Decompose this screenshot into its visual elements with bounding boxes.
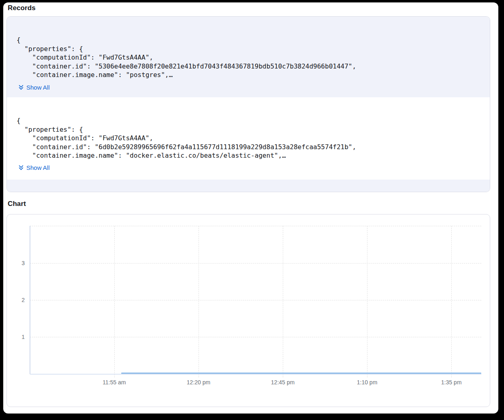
json-line: "container.image.name": "docker.elastic.…	[17, 151, 356, 160]
double-chevron-down-icon	[18, 165, 24, 171]
y-axis-tick-label: 1	[12, 334, 25, 340]
record-row: { "properties": { "computationId": "Fwd7…	[7, 17, 490, 97]
show-all-label: Show All	[26, 164, 50, 171]
y-axis-tick-label: 3	[12, 260, 25, 266]
json-line: "properties": {	[17, 45, 356, 54]
x-axis-tick-label: 1:10 pm	[343, 379, 391, 386]
x-axis-line	[30, 374, 481, 375]
show-all-label: Show All	[26, 84, 50, 91]
gridline-horizontal	[30, 263, 481, 264]
json-line: "container.image.name": "postgres",…	[17, 71, 356, 79]
gridline-vertical	[114, 226, 115, 377]
gridline-horizontal	[30, 226, 481, 226]
chart-panel: 3 2 1 11:55 am 12:20 pm 12:45 pm 1:10 pm…	[6, 214, 490, 407]
chart-section-title: Chart	[8, 200, 26, 208]
record-json-preview: { "properties": { "computationId": "Fwd7…	[17, 116, 356, 160]
show-all-link[interactable]: Show All	[18, 164, 50, 171]
content-card: Records { "properties": { "computationId…	[3, 2, 498, 414]
json-line: {	[17, 36, 356, 45]
record-json-preview: { "properties": { "computationId": "Fwd7…	[17, 36, 356, 79]
gridline-vertical	[283, 226, 283, 377]
show-all-link[interactable]: Show All	[18, 84, 50, 91]
y-axis-tick-label: 2	[12, 297, 25, 303]
record-row: { "properties": { "computationId": "Fwd7…	[7, 97, 490, 180]
record-row-partial	[7, 180, 490, 192]
series-line	[121, 373, 481, 374]
gridline-vertical	[367, 226, 367, 377]
gridline-vertical	[451, 226, 452, 377]
x-axis-tick-label: 12:45 pm	[258, 379, 307, 386]
gridline-horizontal	[30, 337, 481, 337]
x-axis-tick-label: 11:55 am	[90, 379, 139, 386]
gridline-horizontal	[30, 300, 481, 300]
json-line: "container.id": "5306e4ee8e7808f20e821e4…	[17, 62, 356, 71]
json-line: {	[17, 116, 356, 125]
x-axis-tick-label: 12:20 pm	[174, 379, 223, 386]
double-chevron-down-icon	[18, 84, 24, 90]
records-panel: { "properties": { "computationId": "Fwd7…	[6, 16, 490, 192]
gridline-vertical	[199, 226, 199, 377]
json-line: "properties": {	[17, 125, 356, 134]
json-line: "container.id": "6d0b2e59289965696f62fa4…	[17, 143, 356, 152]
json-line: "computationId": "Fwd7GtsA4AA",	[17, 134, 356, 143]
plot-area	[30, 226, 481, 374]
y-axis-line	[30, 226, 30, 374]
records-section-title: Records	[8, 4, 36, 12]
json-line: "computationId": "Fwd7GtsA4AA",	[17, 53, 356, 62]
x-axis-tick-label: 1:35 pm	[427, 379, 476, 386]
